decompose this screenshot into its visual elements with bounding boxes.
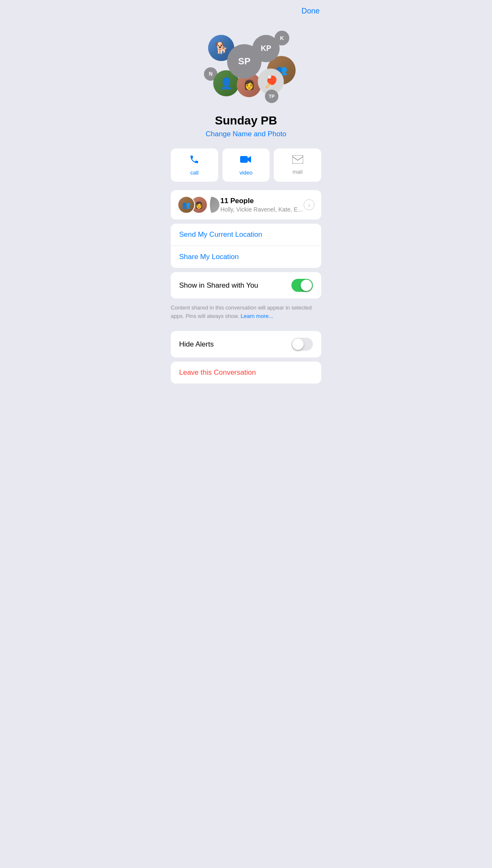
leave-row[interactable]: Leave this Conversation [171, 362, 321, 384]
avatar-cluster: 🐕 SP KP K N 👤 👩 🏓 👥 [204, 23, 288, 107]
chevron-right-icon: › [304, 199, 315, 210]
change-name-link[interactable]: Change Name and Photo [164, 130, 328, 138]
hide-alerts-label: Hide Alerts [179, 340, 214, 349]
video-label: video [239, 169, 252, 176]
action-buttons: call video mail [171, 148, 321, 182]
header: Done [164, 0, 328, 19]
group-name: Sunday PB [172, 114, 320, 127]
mail-icon [292, 154, 303, 166]
avatar-tp: TP [265, 90, 278, 103]
leave-label: Leave this Conversation [179, 368, 256, 376]
people-av1-emoji: 👥 [182, 201, 190, 209]
shared-description: Content shared in this conversation will… [164, 301, 328, 327]
location-card: Send My Current Location Share My Locati… [171, 224, 321, 268]
hide-alerts-toggle[interactable] [291, 338, 313, 351]
share-location-row[interactable]: Share My Location [171, 246, 321, 268]
send-location-row[interactable]: Send My Current Location [171, 224, 321, 246]
people-info: 11 People Holly, Vickie Ravenel, Kate, E… [220, 197, 304, 213]
svg-rect-0 [240, 156, 248, 163]
person1-emoji: 👤 [220, 77, 233, 90]
send-location-label: Send My Current Location [179, 230, 262, 238]
woman-emoji: 👩 [243, 79, 255, 90]
page-wrapper: Done 🐕 SP KP K N 👤 👩 🏓 [164, 0, 328, 405]
shared-with-you-card: Show in Shared with You [171, 272, 321, 299]
call-label: call [190, 169, 199, 176]
people-card: 👥 👩 11 People Holly, Vickie Ravenel, Kat… [171, 190, 321, 220]
shared-with-you-row: Show in Shared with You [171, 272, 321, 299]
hide-alerts-row: Hide Alerts [171, 331, 321, 357]
avatar-sp: SP [227, 44, 262, 79]
mail-button[interactable]: mail [274, 148, 321, 182]
toggle-knob [301, 280, 312, 291]
shared-with-you-toggle[interactable] [291, 279, 313, 292]
people-avatars: 👥 👩 [177, 196, 215, 214]
svg-rect-1 [292, 155, 303, 164]
video-icon [240, 154, 252, 167]
leave-card: Leave this Conversation [171, 362, 321, 384]
hide-alerts-card: Hide Alerts [171, 331, 321, 357]
call-button[interactable]: call [171, 148, 218, 182]
people-av2-emoji: 👩 [195, 201, 203, 209]
call-icon [189, 154, 199, 167]
done-button[interactable]: Done [302, 7, 320, 16]
avatar-k: K [275, 31, 289, 45]
video-button[interactable]: video [222, 148, 270, 182]
learn-more-link[interactable]: Learn more... [241, 313, 273, 319]
mail-label: mail [293, 169, 303, 175]
share-location-label: Share My Location [179, 253, 239, 261]
people-row[interactable]: 👥 👩 11 People Holly, Vickie Ravenel, Kat… [171, 190, 321, 220]
people-names: Holly, Vickie Ravenel, Kate, E... [220, 206, 304, 213]
people-count: 11 People [220, 197, 304, 205]
hide-alerts-knob [292, 339, 304, 350]
people-avatar-1: 👥 [177, 196, 195, 214]
shared-with-you-label: Show in Shared with You [179, 281, 258, 290]
